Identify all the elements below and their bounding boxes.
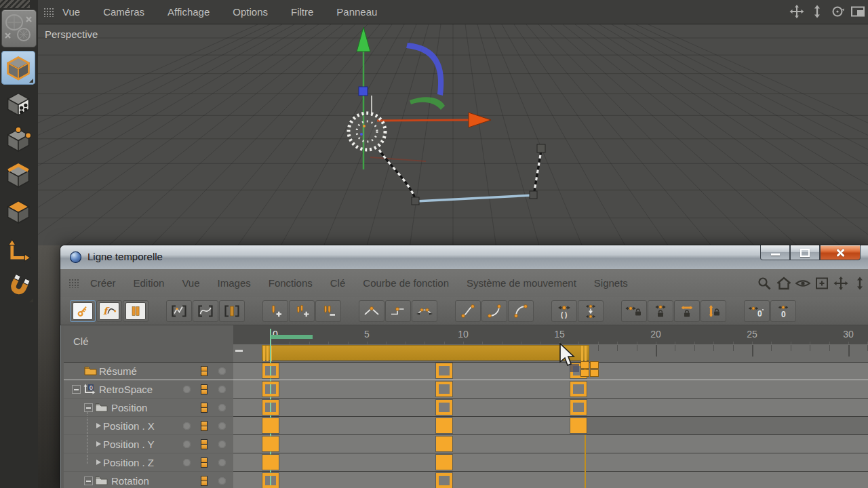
keyframe-track-toggle[interactable] — [201, 458, 208, 468]
z-axis-handle[interactable] — [359, 87, 368, 96]
toolbar-zero-length[interactable]: 0 — [770, 300, 796, 322]
keyframe-track-toggle[interactable] — [201, 476, 208, 486]
band-end-grip[interactable] — [585, 346, 587, 361]
dragged-key[interactable] — [590, 369, 599, 377]
toolbar-lock-length[interactable] — [648, 300, 673, 322]
toolbar-region-clip[interactable] — [219, 300, 245, 322]
track-row-r-sum[interactable]: Résumé — [64, 362, 233, 380]
keyframe-position-x-f16[interactable] — [570, 418, 587, 433]
keyframe-r-sum-f9[interactable] — [436, 363, 452, 378]
keyframe-position-x-f9[interactable] — [436, 418, 452, 433]
keyframe-track-toggle[interactable] — [201, 366, 208, 376]
dragged-key[interactable] — [580, 369, 589, 377]
path-node-1[interactable] — [412, 197, 419, 205]
toolbar-region-keys[interactable] — [166, 300, 192, 322]
tool-edges-mode[interactable] — [1, 159, 35, 192]
track-state-dot[interactable] — [183, 422, 191, 430]
keyframe-track-toggle[interactable] — [201, 384, 208, 394]
dragged-keys-block[interactable] — [580, 361, 599, 377]
pan-view-icon[interactable] — [788, 3, 806, 20]
viewport-label[interactable]: Perspective — [45, 28, 98, 40]
viewport-menu-panneau[interactable]: Panneau — [336, 6, 377, 18]
path-node-2[interactable] — [530, 191, 537, 199]
collapse-toggle-icon[interactable] — [84, 403, 93, 412]
timeline-menubar-grip-icon[interactable] — [68, 279, 79, 288]
track-label[interactable]: Position . Y — [103, 439, 155, 450]
keyframe-track-toggle[interactable] — [201, 439, 208, 449]
band-end-grip[interactable] — [581, 346, 583, 361]
search-icon[interactable] — [755, 274, 774, 291]
x-axis-arrow[interactable] — [469, 113, 491, 127]
track-row-retrospace[interactable]: 0RetroSpace — [64, 380, 233, 399]
keyframe-track-toggle[interactable] — [201, 403, 208, 413]
viewport-menu-vue[interactable]: Vue — [62, 6, 80, 18]
track-state-dot[interactable] — [183, 459, 191, 466]
corner-grip-icon[interactable] — [0, 0, 30, 8]
eye-icon[interactable] — [793, 274, 812, 291]
track-label[interactable]: Position . X — [103, 420, 155, 432]
track-lane-position-z[interactable] — [233, 453, 868, 472]
timeline-menu-fonctions[interactable]: Fonctions — [269, 277, 313, 289]
keyframe-position-y-f9[interactable] — [436, 436, 452, 451]
keyframe-position-z-f9[interactable] — [436, 455, 452, 470]
track-lane-r-sum[interactable] — [233, 362, 868, 380]
keyframe-track-toggle[interactable] — [201, 421, 208, 431]
close-button[interactable] — [820, 245, 861, 260]
toolbar-add-keys[interactable] — [289, 300, 315, 322]
band-start-grip[interactable] — [263, 346, 265, 361]
track-label[interactable]: Position . Z — [103, 457, 154, 468]
keyframe-retrospace-f16[interactable] — [570, 382, 587, 396]
tool-snap-mode[interactable] — [1, 270, 35, 304]
toolbar-add-key[interactable] — [262, 300, 288, 322]
toolbar-smooth-key[interactable] — [412, 300, 437, 322]
timeline-dopesheet[interactable]: 051015202530 — [233, 325, 868, 488]
viewport-menu-filtre[interactable]: Filtre — [291, 6, 313, 18]
keyframe-r-sum-f0[interactable] — [262, 363, 279, 378]
expand-arrow-icon[interactable] — [96, 423, 101, 428]
toolbar-break-tangents[interactable] — [578, 300, 604, 322]
scene-object[interactable] — [349, 96, 385, 150]
coordinates-icon[interactable] — [1, 9, 37, 47]
toolbar-spline-soft[interactable] — [455, 300, 481, 322]
expand-arrow-icon[interactable] — [96, 441, 101, 447]
timeline-menu-images[interactable]: Images — [218, 277, 251, 289]
pan-icon[interactable] — [831, 274, 850, 291]
toolbar-lock-time[interactable] — [674, 300, 700, 322]
track-label[interactable]: RetroSpace — [99, 384, 153, 395]
tool-axis-mode[interactable] — [1, 235, 35, 268]
keyframe-position-z-f0[interactable] — [262, 455, 279, 470]
keyframe-position-x-f0[interactable] — [262, 418, 279, 433]
track-row-position-y[interactable]: Position . Y — [64, 435, 233, 453]
keyframe-retrospace-f9[interactable] — [436, 382, 452, 396]
track-row-position[interactable]: Position — [64, 399, 233, 417]
track-state-dot[interactable] — [183, 386, 191, 393]
dragged-key[interactable] — [590, 361, 599, 369]
track-lane-position[interactable] — [233, 399, 868, 417]
track-row-position-z[interactable]: Position . Z — [64, 453, 233, 472]
viewport-menu-affichage[interactable]: Affichage — [167, 6, 210, 18]
toggle-view-icon[interactable] — [849, 3, 867, 20]
toolbar-fcurve-mode[interactable]: f — [96, 300, 122, 322]
tool-polygons-mode[interactable] — [1, 195, 35, 228]
tool-texture-mode[interactable] — [1, 87, 35, 121]
toolbar-del-keys[interactable] — [315, 300, 341, 322]
viewport-menu-options[interactable]: Options — [233, 6, 268, 18]
timeline-ruler[interactable]: 051015202530 — [233, 325, 868, 345]
toolbar-clamp-keys[interactable]: ( ) — [551, 300, 577, 322]
keyframe-position-f0[interactable] — [262, 400, 279, 415]
toolbar-spline-fast[interactable] — [508, 300, 534, 322]
track-state-dot[interactable] — [218, 477, 226, 485]
track-label[interactable]: Résumé — [99, 365, 137, 377]
timeline-menu-cl[interactable]: Clé — [330, 277, 346, 289]
track-row-position-x[interactable]: Position . X — [64, 417, 233, 435]
band-start-grip[interactable] — [267, 346, 269, 361]
tool-points-mode[interactable] — [1, 123, 35, 157]
track-row-rotation[interactable]: Rotation — [64, 472, 233, 488]
toolbar-key-mode[interactable] — [70, 300, 96, 322]
track-lane-position-y[interactable] — [233, 435, 868, 453]
rotate-view-icon[interactable] — [829, 3, 846, 20]
timeline-menu-signets[interactable]: Signets — [594, 277, 628, 289]
timeline-menu-edition[interactable]: Edition — [134, 277, 165, 289]
new-panel-icon[interactable] — [812, 274, 831, 291]
timeline-menu-cr-er[interactable]: Créer — [90, 277, 116, 289]
